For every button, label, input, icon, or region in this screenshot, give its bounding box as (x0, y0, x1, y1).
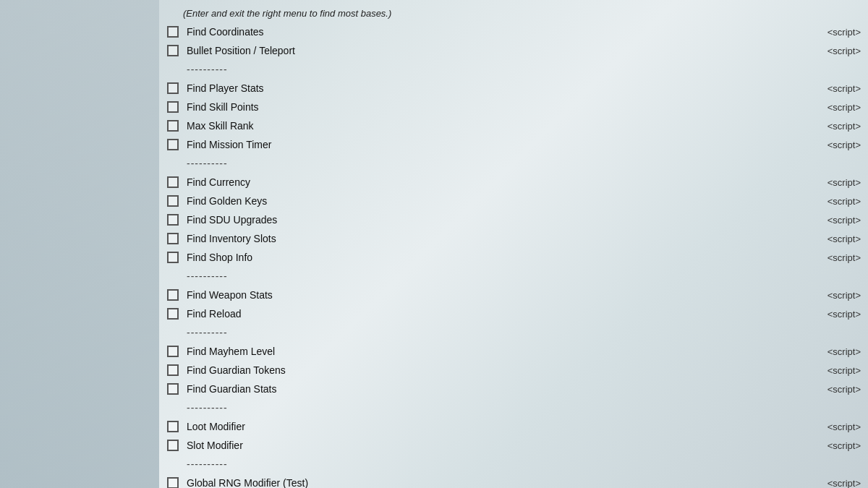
item-checkbox[interactable] (167, 101, 179, 113)
checkbox-container (163, 120, 183, 132)
checkbox-container (163, 308, 183, 320)
list-item: Find Guardian Stats<script> (159, 380, 868, 398)
checkbox-container (163, 82, 183, 94)
item-script: <script> (827, 27, 861, 38)
list-item: Find Currency<script> (159, 173, 868, 192)
item-script: <script> (827, 102, 861, 113)
checkbox-container (163, 364, 183, 376)
list-item: Find Skill Points<script> (159, 98, 868, 116)
list-item: Find Golden Keys<script> (159, 192, 868, 210)
item-script: <script> (827, 140, 861, 150)
item-script: <script> (827, 384, 861, 395)
item-checkbox[interactable] (167, 45, 179, 56)
separator-label: ---------- (183, 458, 861, 470)
checkbox-container (163, 45, 183, 56)
item-checkbox[interactable] (167, 477, 179, 488)
list-item: Find Weapon Stats<script> (159, 286, 868, 304)
separator-row: ---------- (159, 154, 868, 173)
item-label: Find Reload (183, 308, 820, 320)
checkbox-container (163, 440, 183, 451)
item-label: Find Coordinates (183, 26, 820, 38)
item-label: Find Player Stats (183, 82, 820, 94)
item-checkbox[interactable] (167, 120, 179, 132)
checkbox-container (163, 421, 183, 432)
checkbox-container (163, 214, 183, 226)
list-item: Max Skill Rank<script> (159, 116, 868, 135)
item-label: Find Inventory Slots (183, 233, 820, 244)
item-script: <script> (827, 309, 861, 320)
item-label: Find Shop Info (183, 252, 820, 263)
list-item: Find Inventory Slots<script> (159, 229, 868, 248)
item-script: <script> (827, 234, 861, 244)
checkbox-container (163, 252, 183, 263)
item-checkbox[interactable] (167, 364, 179, 376)
item-label: Find Golden Keys (183, 195, 820, 207)
list-item: Find SDU Upgrades<script> (159, 210, 868, 229)
item-label: Max Skill Rank (183, 120, 820, 132)
item-checkbox[interactable] (167, 176, 179, 188)
item-label: Find Weapon Stats (183, 289, 820, 301)
separator-label: ---------- (183, 402, 861, 414)
item-checkbox[interactable] (167, 252, 179, 263)
item-label: Find Mission Timer (183, 139, 820, 150)
item-checkbox[interactable] (167, 308, 179, 320)
left-panel (0, 0, 159, 488)
separator-row: ---------- (159, 267, 868, 286)
item-label: Find Currency (183, 176, 820, 188)
item-script: <script> (827, 177, 861, 188)
separator-row: ---------- (159, 398, 868, 417)
list-item: Global RNG Modifier (Test)<script> (159, 474, 868, 488)
item-checkbox[interactable] (167, 289, 179, 301)
item-label: Loot Modifier (183, 421, 820, 432)
item-script: <script> (827, 215, 861, 226)
checkbox-container (163, 101, 183, 113)
checkbox-container (163, 195, 183, 207)
item-checkbox[interactable] (167, 440, 179, 451)
item-checkbox[interactable] (167, 346, 179, 357)
item-label: Find Guardian Stats (183, 383, 820, 395)
content-area: (Enter and exit the right menu to find m… (159, 0, 868, 488)
separator-row: ---------- (159, 60, 868, 79)
list-item: Find Mission Timer<script> (159, 135, 868, 154)
item-label: Find Guardian Tokens (183, 364, 820, 376)
separator-label: ---------- (183, 64, 861, 75)
item-script: <script> (827, 478, 861, 489)
item-script: <script> (827, 346, 861, 357)
item-script: <script> (827, 196, 861, 207)
item-label: Slot Modifier (183, 440, 820, 451)
list-item: Loot Modifier<script> (159, 417, 868, 436)
item-checkbox[interactable] (167, 82, 179, 94)
item-script: <script> (827, 421, 861, 432)
list-item: Find Guardian Tokens<script> (159, 361, 868, 380)
item-script: <script> (827, 83, 861, 94)
separator-label: ---------- (183, 158, 861, 169)
item-script: <script> (827, 440, 861, 451)
checkbox-container (163, 383, 183, 395)
list-item: Find Reload<script> (159, 304, 868, 323)
list-item: Find Coordinates<script> (159, 22, 868, 41)
checkbox-container (163, 26, 183, 38)
item-checkbox[interactable] (167, 383, 179, 395)
item-label: Global RNG Modifier (Test) (183, 477, 820, 488)
item-label: Find Mayhem Level (183, 346, 820, 357)
checkbox-container (163, 289, 183, 301)
list-item: Find Shop Info<script> (159, 248, 868, 267)
item-checkbox[interactable] (167, 195, 179, 207)
item-script: <script> (827, 46, 861, 56)
item-checkbox[interactable] (167, 139, 179, 150)
list-item: Find Mayhem Level<script> (159, 342, 868, 361)
item-label: Bullet Position / Teleport (183, 45, 820, 56)
item-script: <script> (827, 252, 861, 263)
separator-row: ---------- (159, 455, 868, 474)
item-checkbox[interactable] (167, 421, 179, 432)
list-item: Bullet Position / Teleport<script> (159, 41, 868, 60)
item-checkbox[interactable] (167, 214, 179, 226)
separator-label: ---------- (183, 327, 861, 338)
item-checkbox[interactable] (167, 233, 179, 244)
checkbox-container (163, 139, 183, 150)
checkbox-container (163, 346, 183, 357)
separator-row: ---------- (159, 323, 868, 342)
item-label: Find SDU Upgrades (183, 214, 820, 226)
separator-label: ---------- (183, 270, 861, 282)
item-checkbox[interactable] (167, 26, 179, 38)
